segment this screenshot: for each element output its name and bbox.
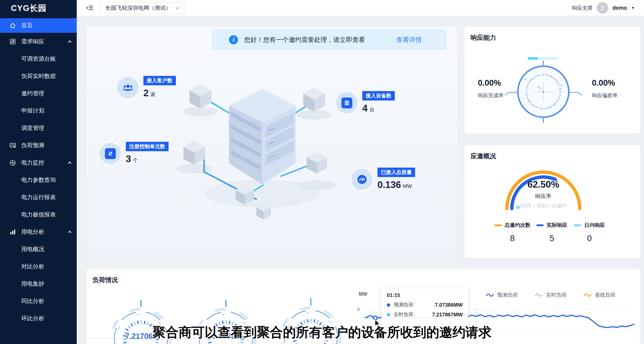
response-rate-formula: (日内 + 实际) / 总邀约 <box>498 203 589 209</box>
sidebar-item-invitation-management[interactable]: 邀约管理 <box>0 85 77 102</box>
legend-dash <box>536 224 544 226</box>
stat-label-badge: 注册控制单元数 <box>126 142 169 151</box>
org-selector-value: 长园飞轮深圳电网（测试） <box>106 4 171 12</box>
sidebar-item-yoy-analysis[interactable]: 同比分析 <box>0 292 77 310</box>
legend-total-invitations: 总邀约次数 8 <box>491 222 534 243</box>
customers-icon <box>116 76 139 99</box>
sidebar-item-comparison-analysis[interactable]: 对比分析 <box>0 258 77 275</box>
stat-label-badge: 接入客户数 <box>143 76 176 85</box>
tooltip-row-forecast: 预测负荷: 7.07386MW <box>387 302 463 308</box>
load-forecast-icon <box>9 142 16 149</box>
app-screen: CYG长园 首页 需求响应 可调资源台账 负荷实时数据 邀约管理 申报计划 调度… <box>0 0 644 344</box>
legend-value: 5 <box>531 233 573 243</box>
response-capability-card: 响应能力 4 0.00% 响应完成率 0.00% 响应偏差率 <box>465 27 640 134</box>
info-icon: i <box>229 35 238 44</box>
power-monitoring-icon <box>9 159 16 166</box>
notification-banner: i 您好！您有一个邀约需要处理，请立即查看 查看详情 <box>212 30 446 49</box>
sidebar-item-power-monitoring[interactable]: 电力监控 <box>0 154 77 171</box>
sidebar-nav: 首页 需求响应 可调资源台账 负荷实时数据 邀约管理 申报计划 调度管理 负荷预… <box>0 18 77 327</box>
tooltip-time: 01:15 <box>387 292 463 298</box>
sidebar-item-mom-analysis[interactable]: 环比分析 <box>0 310 77 327</box>
sidebar-item-adjustable-resources[interactable]: 可调资源台账 <box>0 50 77 67</box>
invitation-overview-card: 应邀概况 62.50% 响应率 (日内 + 实际) / 总邀约 总邀约次数 8 … <box>465 145 640 258</box>
sidebar-item-home[interactable]: 首页 <box>0 18 77 33</box>
response-completion-stat: 0.00% 响应完成率 <box>478 78 523 99</box>
view-details-link[interactable]: 查看详情 <box>396 36 422 44</box>
devices-icon <box>335 91 358 114</box>
sidebar-item-realtime-load[interactable]: 负荷实时数据 <box>0 67 77 85</box>
sidebar-item-label: 用电分析 <box>21 228 44 236</box>
sidebar-item-power-operation-report[interactable]: 电力运行报表 <box>0 189 77 206</box>
response-support-link[interactable]: 响应支撑 <box>572 5 592 12</box>
legend-value: 0 <box>568 233 611 243</box>
sidebar-collapse-icon[interactable] <box>86 5 94 11</box>
chevron-down-icon <box>175 7 179 9</box>
sidebar-item-label: 负荷预测 <box>21 141 44 149</box>
legend-value: 8 <box>491 233 534 243</box>
sidebar-item-demand-response[interactable]: 需求响应 <box>0 33 77 50</box>
legend-intraday-response: 日内响应 0 <box>568 222 611 243</box>
demand-response-icon <box>9 38 16 45</box>
forecast-dot-icon <box>387 303 390 307</box>
legend-dash <box>495 224 502 226</box>
realtime-dot-icon <box>387 313 390 316</box>
sidebar-item-electricity-analysis[interactable]: 用电分析 <box>0 223 77 240</box>
username[interactable]: demo <box>612 5 627 11</box>
chevron-up-icon <box>68 230 72 233</box>
sidebar: CYG长园 首页 需求响应 可调资源台账 负荷实时数据 邀约管理 申报计划 调度… <box>0 0 77 344</box>
org-selector-dropdown[interactable]: 长园飞轮深圳电网（测试） <box>100 2 184 14</box>
stat-registered-control-units: 注册控制单元数 3个 <box>99 142 169 165</box>
stat-label-badge: 接入设备数 <box>362 91 395 100</box>
chart-tooltip: 01:15 预测负荷: 7.07386MW 实时负荷: 7.217867MW <box>381 288 468 326</box>
response-rate-value: 62.50% <box>513 179 574 190</box>
user-avatar[interactable] <box>597 2 608 14</box>
gauge-top-bar <box>528 57 558 60</box>
sidebar-item-label: 需求响应 <box>21 38 44 46</box>
control-units-icon <box>99 142 122 165</box>
chevron-up-icon <box>68 161 72 164</box>
sidebar-item-meter-reading[interactable]: 用电集抄 <box>0 275 77 292</box>
sidebar-item-power-parameter-query[interactable]: 电力参数查询 <box>0 171 77 189</box>
topbar: 长园飞轮深圳电网（测试） 响应支撑 demo ▼ <box>77 0 644 16</box>
response-deviation-stat: 0.00% 响应偏差率 <box>592 78 637 99</box>
sidebar-item-load-forecast[interactable]: 负荷预测 <box>0 137 77 154</box>
home-icon <box>9 22 16 29</box>
person-icon <box>599 5 606 11</box>
electricity-analysis-icon <box>9 228 16 236</box>
server-cluster-illustration <box>165 66 353 230</box>
user-menu-caret-icon[interactable]: ▼ <box>631 6 635 10</box>
sidebar-item-power-extreme-report[interactable]: 电力极值报表 <box>0 206 77 223</box>
overview-panel: i 您好！您有一个邀约需要处理，请立即查看 查看详情 <box>86 27 457 259</box>
chevron-up-icon <box>68 40 72 43</box>
response-rate-label: 响应率 <box>513 192 574 200</box>
legend-actual-response: 实际响应 5 <box>531 222 573 243</box>
legend-dash <box>574 224 581 226</box>
tooltip-row-realtime: 实时负荷: 7.217867MW <box>387 312 463 318</box>
sidebar-item-label: 电力监控 <box>21 159 44 167</box>
topbar-right: 响应支撑 demo ▼ <box>572 2 644 14</box>
banner-message: 您好！您有一个邀约需要处理，请立即查看 <box>244 36 365 44</box>
sidebar-item-declaration-plan[interactable]: 申报计划 <box>0 102 77 119</box>
stat-connected-devices: 接入设备数 4台 <box>335 91 395 114</box>
capacity-gauge-icon <box>350 168 374 191</box>
app-logo: CYG长园 <box>0 0 77 16</box>
stat-total-capacity: 已接入总容量 0.136MW <box>350 168 415 191</box>
sidebar-item-dispatch-management[interactable]: 调度管理 <box>0 119 77 137</box>
video-caption: 聚合商可以查看到聚合的所有客户的设备所收到的邀约请求 <box>153 324 491 341</box>
sidebar-item-label: 首页 <box>21 22 33 29</box>
sidebar-item-electricity-overview[interactable]: 用电概况 <box>0 240 77 258</box>
stat-connected-customers: 接入客户数 2家 <box>116 76 176 99</box>
stat-label-badge: 已接入总容量 <box>377 168 415 177</box>
